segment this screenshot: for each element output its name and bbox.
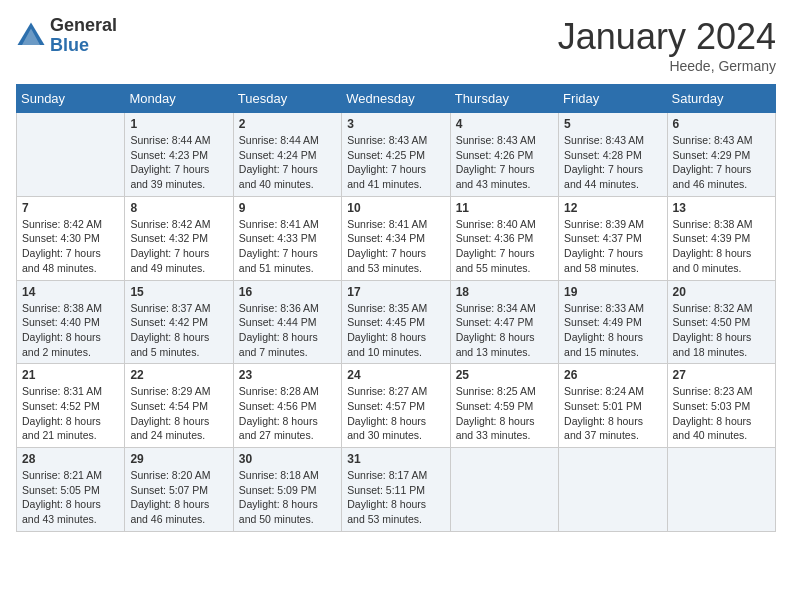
day-cell: 17Sunrise: 8:35 AM Sunset: 4:45 PM Dayli… (342, 280, 450, 364)
day-number: 14 (22, 285, 119, 299)
logo-text: General Blue (50, 16, 117, 56)
day-cell: 16Sunrise: 8:36 AM Sunset: 4:44 PM Dayli… (233, 280, 341, 364)
day-number: 16 (239, 285, 336, 299)
day-number: 12 (564, 201, 661, 215)
week-row-5: 28Sunrise: 8:21 AM Sunset: 5:05 PM Dayli… (17, 448, 776, 532)
day-info: Sunrise: 8:27 AM Sunset: 4:57 PM Dayligh… (347, 384, 444, 443)
day-number: 21 (22, 368, 119, 382)
day-cell: 11Sunrise: 8:40 AM Sunset: 4:36 PM Dayli… (450, 196, 558, 280)
day-number: 10 (347, 201, 444, 215)
day-number: 2 (239, 117, 336, 131)
day-number: 28 (22, 452, 119, 466)
day-info: Sunrise: 8:44 AM Sunset: 4:23 PM Dayligh… (130, 133, 227, 192)
day-cell: 12Sunrise: 8:39 AM Sunset: 4:37 PM Dayli… (559, 196, 667, 280)
day-info: Sunrise: 8:38 AM Sunset: 4:39 PM Dayligh… (673, 217, 770, 276)
day-info: Sunrise: 8:39 AM Sunset: 4:37 PM Dayligh… (564, 217, 661, 276)
day-cell: 31Sunrise: 8:17 AM Sunset: 5:11 PM Dayli… (342, 448, 450, 532)
day-cell: 19Sunrise: 8:33 AM Sunset: 4:49 PM Dayli… (559, 280, 667, 364)
day-number: 5 (564, 117, 661, 131)
day-info: Sunrise: 8:20 AM Sunset: 5:07 PM Dayligh… (130, 468, 227, 527)
day-number: 30 (239, 452, 336, 466)
day-header-thursday: Thursday (450, 85, 558, 113)
day-header-sunday: Sunday (17, 85, 125, 113)
day-cell: 15Sunrise: 8:37 AM Sunset: 4:42 PM Dayli… (125, 280, 233, 364)
day-info: Sunrise: 8:34 AM Sunset: 4:47 PM Dayligh… (456, 301, 553, 360)
day-cell: 29Sunrise: 8:20 AM Sunset: 5:07 PM Dayli… (125, 448, 233, 532)
day-cell (667, 448, 775, 532)
day-info: Sunrise: 8:29 AM Sunset: 4:54 PM Dayligh… (130, 384, 227, 443)
day-info: Sunrise: 8:21 AM Sunset: 5:05 PM Dayligh… (22, 468, 119, 527)
week-row-1: 1Sunrise: 8:44 AM Sunset: 4:23 PM Daylig… (17, 113, 776, 197)
day-info: Sunrise: 8:28 AM Sunset: 4:56 PM Dayligh… (239, 384, 336, 443)
day-cell: 18Sunrise: 8:34 AM Sunset: 4:47 PM Dayli… (450, 280, 558, 364)
day-number: 23 (239, 368, 336, 382)
day-cell (559, 448, 667, 532)
day-number: 25 (456, 368, 553, 382)
logo-general: General (50, 16, 117, 36)
day-info: Sunrise: 8:32 AM Sunset: 4:50 PM Dayligh… (673, 301, 770, 360)
day-number: 26 (564, 368, 661, 382)
day-number: 11 (456, 201, 553, 215)
day-number: 7 (22, 201, 119, 215)
day-header-monday: Monday (125, 85, 233, 113)
title-area: January 2024 Heede, Germany (558, 16, 776, 74)
day-number: 29 (130, 452, 227, 466)
day-cell: 2Sunrise: 8:44 AM Sunset: 4:24 PM Daylig… (233, 113, 341, 197)
logo-blue: Blue (50, 36, 117, 56)
day-cell: 6Sunrise: 8:43 AM Sunset: 4:29 PM Daylig… (667, 113, 775, 197)
day-cell: 22Sunrise: 8:29 AM Sunset: 4:54 PM Dayli… (125, 364, 233, 448)
logo: General Blue (16, 16, 117, 56)
day-number: 8 (130, 201, 227, 215)
day-cell: 14Sunrise: 8:38 AM Sunset: 4:40 PM Dayli… (17, 280, 125, 364)
day-cell: 23Sunrise: 8:28 AM Sunset: 4:56 PM Dayli… (233, 364, 341, 448)
day-info: Sunrise: 8:42 AM Sunset: 4:30 PM Dayligh… (22, 217, 119, 276)
day-cell: 5Sunrise: 8:43 AM Sunset: 4:28 PM Daylig… (559, 113, 667, 197)
day-number: 15 (130, 285, 227, 299)
day-info: Sunrise: 8:43 AM Sunset: 4:28 PM Dayligh… (564, 133, 661, 192)
day-info: Sunrise: 8:23 AM Sunset: 5:03 PM Dayligh… (673, 384, 770, 443)
day-info: Sunrise: 8:41 AM Sunset: 4:33 PM Dayligh… (239, 217, 336, 276)
day-number: 13 (673, 201, 770, 215)
day-number: 27 (673, 368, 770, 382)
day-info: Sunrise: 8:31 AM Sunset: 4:52 PM Dayligh… (22, 384, 119, 443)
day-info: Sunrise: 8:43 AM Sunset: 4:25 PM Dayligh… (347, 133, 444, 192)
day-info: Sunrise: 8:43 AM Sunset: 4:26 PM Dayligh… (456, 133, 553, 192)
day-info: Sunrise: 8:42 AM Sunset: 4:32 PM Dayligh… (130, 217, 227, 276)
day-info: Sunrise: 8:44 AM Sunset: 4:24 PM Dayligh… (239, 133, 336, 192)
day-number: 31 (347, 452, 444, 466)
day-cell: 21Sunrise: 8:31 AM Sunset: 4:52 PM Dayli… (17, 364, 125, 448)
day-number: 18 (456, 285, 553, 299)
day-cell (17, 113, 125, 197)
day-info: Sunrise: 8:24 AM Sunset: 5:01 PM Dayligh… (564, 384, 661, 443)
day-number: 1 (130, 117, 227, 131)
days-header-row: SundayMondayTuesdayWednesdayThursdayFrid… (17, 85, 776, 113)
day-cell: 20Sunrise: 8:32 AM Sunset: 4:50 PM Dayli… (667, 280, 775, 364)
day-header-saturday: Saturday (667, 85, 775, 113)
day-info: Sunrise: 8:41 AM Sunset: 4:34 PM Dayligh… (347, 217, 444, 276)
day-number: 24 (347, 368, 444, 382)
day-cell: 8Sunrise: 8:42 AM Sunset: 4:32 PM Daylig… (125, 196, 233, 280)
day-info: Sunrise: 8:35 AM Sunset: 4:45 PM Dayligh… (347, 301, 444, 360)
day-header-friday: Friday (559, 85, 667, 113)
day-number: 4 (456, 117, 553, 131)
day-number: 20 (673, 285, 770, 299)
day-info: Sunrise: 8:40 AM Sunset: 4:36 PM Dayligh… (456, 217, 553, 276)
location: Heede, Germany (558, 58, 776, 74)
day-cell: 24Sunrise: 8:27 AM Sunset: 4:57 PM Dayli… (342, 364, 450, 448)
day-number: 17 (347, 285, 444, 299)
day-cell: 4Sunrise: 8:43 AM Sunset: 4:26 PM Daylig… (450, 113, 558, 197)
week-row-2: 7Sunrise: 8:42 AM Sunset: 4:30 PM Daylig… (17, 196, 776, 280)
day-cell: 3Sunrise: 8:43 AM Sunset: 4:25 PM Daylig… (342, 113, 450, 197)
day-number: 3 (347, 117, 444, 131)
day-info: Sunrise: 8:36 AM Sunset: 4:44 PM Dayligh… (239, 301, 336, 360)
day-info: Sunrise: 8:37 AM Sunset: 4:42 PM Dayligh… (130, 301, 227, 360)
day-info: Sunrise: 8:25 AM Sunset: 4:59 PM Dayligh… (456, 384, 553, 443)
day-number: 19 (564, 285, 661, 299)
month-title: January 2024 (558, 16, 776, 58)
day-info: Sunrise: 8:18 AM Sunset: 5:09 PM Dayligh… (239, 468, 336, 527)
day-cell: 1Sunrise: 8:44 AM Sunset: 4:23 PM Daylig… (125, 113, 233, 197)
day-cell: 27Sunrise: 8:23 AM Sunset: 5:03 PM Dayli… (667, 364, 775, 448)
calendar-table: SundayMondayTuesdayWednesdayThursdayFrid… (16, 84, 776, 532)
day-header-tuesday: Tuesday (233, 85, 341, 113)
day-number: 22 (130, 368, 227, 382)
